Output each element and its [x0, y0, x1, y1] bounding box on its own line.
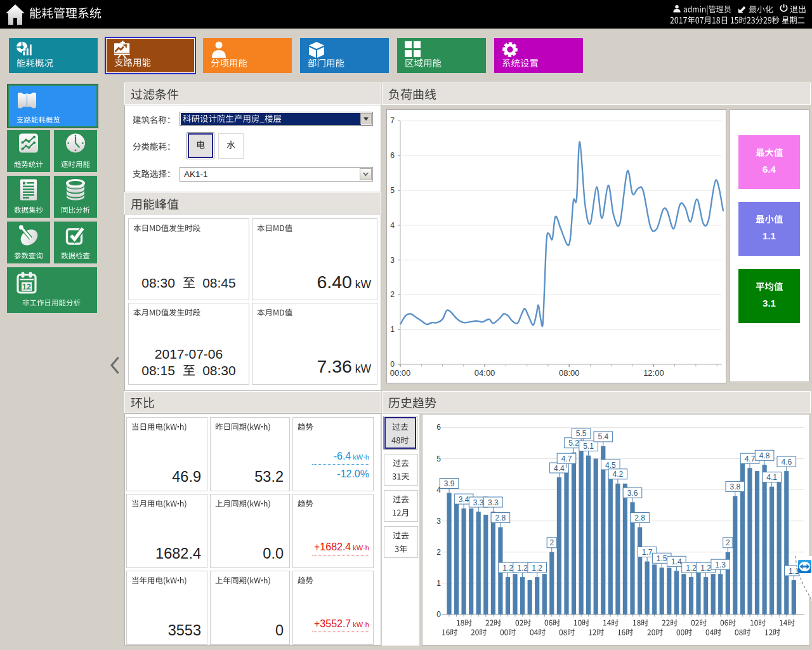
svg-text:5.5: 5.5 — [576, 429, 587, 438]
svg-text:4.2: 4.2 — [613, 470, 624, 479]
svg-text:5.1: 5.1 — [583, 442, 594, 451]
svg-text:2: 2 — [390, 290, 395, 299]
svg-text:2: 2 — [549, 538, 554, 547]
svg-text:3.3: 3.3 — [488, 498, 499, 507]
svg-text:2: 2 — [726, 538, 730, 547]
svg-text:2: 2 — [436, 548, 441, 557]
svg-text:3.4: 3.4 — [459, 495, 469, 504]
svg-text:1.2: 1.2 — [502, 564, 513, 573]
svg-text:0: 0 — [436, 610, 441, 619]
svg-text:1.7: 1.7 — [642, 548, 653, 557]
svg-text:3.3: 3.3 — [473, 498, 484, 507]
svg-text:5: 5 — [390, 186, 395, 195]
svg-text:1.5: 1.5 — [657, 554, 667, 563]
svg-text:6: 6 — [436, 423, 441, 432]
svg-text:4.4: 4.4 — [554, 464, 565, 473]
svg-text:6: 6 — [390, 151, 395, 160]
svg-text:5: 5 — [436, 454, 441, 463]
svg-text:4.5: 4.5 — [605, 461, 616, 470]
svg-text:5.2: 5.2 — [568, 439, 579, 448]
svg-text:12: 12 — [22, 282, 31, 291]
svg-text:08:00: 08:00 — [559, 368, 580, 378]
svg-text:4.7: 4.7 — [745, 454, 756, 463]
svg-text:1.3: 1.3 — [715, 560, 726, 569]
svg-text:00:00: 00:00 — [390, 368, 411, 378]
svg-text:7: 7 — [390, 116, 395, 125]
svg-text:3.8: 3.8 — [730, 482, 740, 491]
svg-text:3.9: 3.9 — [444, 479, 455, 488]
svg-text:4.8: 4.8 — [759, 451, 770, 460]
svg-text:1: 1 — [390, 325, 395, 334]
svg-text:3: 3 — [390, 256, 395, 265]
svg-text:12:00: 12:00 — [643, 368, 664, 378]
svg-text:5.4: 5.4 — [598, 432, 608, 441]
svg-text:04:00: 04:00 — [475, 368, 495, 378]
svg-text:2.8: 2.8 — [634, 514, 645, 522]
svg-text:1: 1 — [436, 579, 441, 588]
svg-text:1.2: 1.2 — [686, 564, 697, 573]
svg-text:1.2: 1.2 — [700, 564, 711, 573]
svg-text:1.4: 1.4 — [671, 557, 682, 566]
svg-text:2.8: 2.8 — [495, 514, 506, 522]
svg-text:1.2: 1.2 — [517, 564, 528, 573]
svg-text:4.1: 4.1 — [766, 473, 777, 482]
svg-text:1.2: 1.2 — [532, 564, 542, 573]
svg-text:3.6: 3.6 — [627, 489, 638, 498]
svg-text:4.7: 4.7 — [561, 454, 572, 463]
svg-text:4: 4 — [390, 221, 395, 230]
svg-text:3: 3 — [436, 517, 441, 526]
svg-text:0: 0 — [390, 360, 395, 369]
svg-text:4.6: 4.6 — [781, 458, 792, 467]
